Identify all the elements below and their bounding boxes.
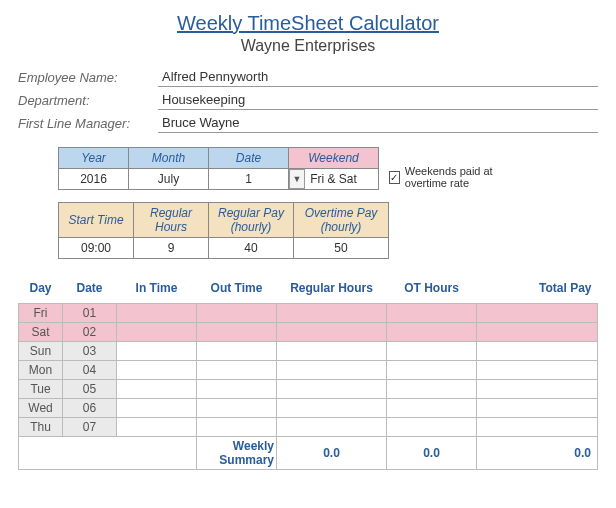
date-dropdown-button[interactable]: ▼ (289, 169, 305, 189)
month-header: Month (129, 148, 209, 169)
chevron-down-icon: ▼ (293, 175, 302, 184)
table-row: Tue05 (19, 380, 598, 399)
summary-reg: 0.0 (277, 437, 387, 470)
day-cell: Fri (19, 304, 63, 323)
table-row: Wed06 (19, 399, 598, 418)
day-cell: Mon (19, 361, 63, 380)
employee-name-label: Employee Name: (18, 70, 158, 85)
summary-total: 0.0 (477, 437, 598, 470)
overtime-checkbox-label: Weekends paid at overtime rate (405, 165, 529, 189)
year-header: Year (59, 148, 129, 169)
ot-hours-cell (387, 399, 477, 418)
ot-hours-cell (387, 323, 477, 342)
manager-field[interactable]: Bruce Wayne (158, 113, 598, 133)
reg-hours-cell (277, 304, 387, 323)
out-time-cell[interactable] (197, 304, 277, 323)
out-time-cell[interactable] (197, 399, 277, 418)
out-time-cell[interactable] (197, 342, 277, 361)
date-header: Date (209, 148, 289, 169)
regular-pay-header: Regular Pay (hourly) (209, 203, 294, 238)
reg-hours-cell (277, 323, 387, 342)
table-row: Fri01 (19, 304, 598, 323)
table-row: Sun03 (19, 342, 598, 361)
date-cell[interactable]: 1 ▼ (209, 169, 289, 190)
col-total: Total Pay (477, 277, 598, 304)
date-cell: 07 (63, 418, 117, 437)
out-time-cell[interactable] (197, 380, 277, 399)
page-title: Weekly TimeSheet Calculator (18, 12, 598, 35)
checkbox-icon: ✓ (389, 171, 400, 184)
summary-ot: 0.0 (387, 437, 477, 470)
day-cell: Wed (19, 399, 63, 418)
total-pay-cell (477, 304, 598, 323)
ot-hours-cell (387, 304, 477, 323)
date-cell: 02 (63, 323, 117, 342)
total-pay-cell (477, 399, 598, 418)
employee-info: Employee Name: Alfred Pennyworth Departm… (18, 67, 598, 133)
ot-hours-cell (387, 342, 477, 361)
col-out: Out Time (197, 277, 277, 304)
regular-hours-header: Regular Hours (134, 203, 209, 238)
out-time-cell[interactable] (197, 361, 277, 380)
period-table: Year Month Date Weekend 2016 July 1 ▼ Fr… (58, 147, 379, 190)
in-time-cell[interactable] (117, 418, 197, 437)
timesheet-table: Day Date In Time Out Time Regular Hours … (18, 277, 598, 470)
table-row: Mon04 (19, 361, 598, 380)
reg-hours-cell (277, 380, 387, 399)
in-time-cell[interactable] (117, 361, 197, 380)
reg-hours-cell (277, 342, 387, 361)
col-reg: Regular Hours (277, 277, 387, 304)
overtime-pay-header: Overtime Pay (hourly) (294, 203, 389, 238)
employee-name-field[interactable]: Alfred Pennyworth (158, 67, 598, 87)
regular-pay-cell[interactable]: 40 (209, 238, 294, 259)
department-label: Department: (18, 93, 158, 108)
in-time-cell[interactable] (117, 380, 197, 399)
date-value: 1 (245, 172, 252, 186)
year-cell[interactable]: 2016 (59, 169, 129, 190)
day-cell: Sun (19, 342, 63, 361)
date-cell: 03 (63, 342, 117, 361)
total-pay-cell (477, 342, 598, 361)
total-pay-cell (477, 323, 598, 342)
date-cell: 04 (63, 361, 117, 380)
table-row: Thu07 (19, 418, 598, 437)
total-pay-cell (477, 380, 598, 399)
in-time-cell[interactable] (117, 304, 197, 323)
reg-hours-cell (277, 399, 387, 418)
overtime-checkbox[interactable]: ✓ Weekends paid at overtime rate (389, 165, 529, 189)
start-time-cell[interactable]: 09:00 (59, 238, 134, 259)
summary-row: Weekly Summary 0.0 0.0 0.0 (19, 437, 598, 470)
ot-hours-cell (387, 361, 477, 380)
ot-hours-cell (387, 380, 477, 399)
regular-hours-cell[interactable]: 9 (134, 238, 209, 259)
rates-table: Start Time Regular Hours Regular Pay (ho… (58, 202, 389, 259)
in-time-cell[interactable] (117, 323, 197, 342)
overtime-pay-cell[interactable]: 50 (294, 238, 389, 259)
col-date: Date (63, 277, 117, 304)
month-cell[interactable]: July (129, 169, 209, 190)
company-name: Wayne Enterprises (18, 37, 598, 55)
total-pay-cell (477, 361, 598, 380)
department-field[interactable]: Housekeeping (158, 90, 598, 110)
out-time-cell[interactable] (197, 418, 277, 437)
manager-label: First Line Manager: (18, 116, 158, 131)
col-day: Day (19, 277, 63, 304)
ot-hours-cell (387, 418, 477, 437)
start-time-header: Start Time (59, 203, 134, 238)
day-cell: Sat (19, 323, 63, 342)
reg-hours-cell (277, 418, 387, 437)
day-cell: Thu (19, 418, 63, 437)
day-cell: Tue (19, 380, 63, 399)
date-cell: 01 (63, 304, 117, 323)
out-time-cell[interactable] (197, 323, 277, 342)
in-time-cell[interactable] (117, 399, 197, 418)
summary-label: Weekly Summary (197, 437, 277, 470)
col-in: In Time (117, 277, 197, 304)
total-pay-cell (477, 418, 598, 437)
date-cell: 06 (63, 399, 117, 418)
weekend-header: Weekend (289, 148, 379, 169)
reg-hours-cell (277, 361, 387, 380)
col-ot: OT Hours (387, 277, 477, 304)
date-cell: 05 (63, 380, 117, 399)
in-time-cell[interactable] (117, 342, 197, 361)
